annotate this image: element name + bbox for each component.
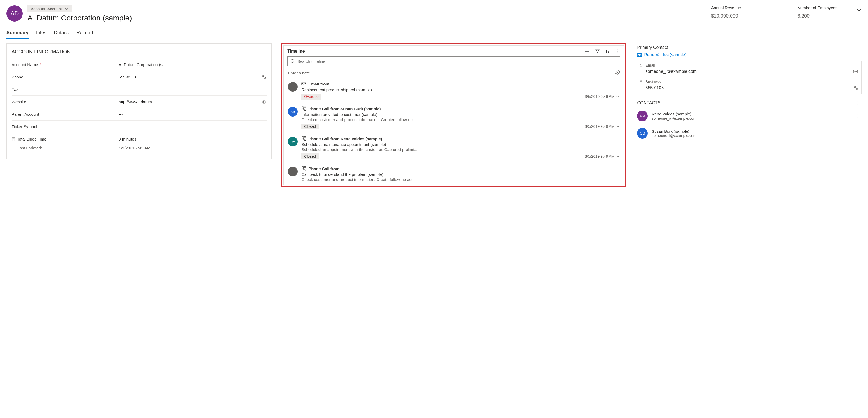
timeline-item-subject: Schedule a maintenance appointment (samp… bbox=[301, 142, 620, 147]
tab-details[interactable]: Details bbox=[54, 30, 69, 38]
field-label: Fax bbox=[11, 87, 119, 92]
field-value: 0 minutes bbox=[119, 137, 261, 141]
chevron-down-icon bbox=[857, 7, 862, 12]
timeline-more-button[interactable] bbox=[615, 49, 620, 54]
timeline-item-notes: Check customer and product information. … bbox=[301, 177, 620, 182]
field-ticker-symbol[interactable]: Ticker Symbol --- bbox=[11, 121, 267, 133]
timeline-item-subject: Replacement product shipped (sample) bbox=[301, 87, 620, 92]
record-header: AD Account: Account A. Datum Corporation… bbox=[6, 5, 862, 22]
timeline-search[interactable] bbox=[287, 56, 620, 66]
contacts-more-button[interactable] bbox=[854, 100, 861, 106]
metric-annual-revenue: Annual Revenue $10,000.000 bbox=[711, 5, 765, 19]
timeline-item[interactable]: Phone Call from Call back to understand … bbox=[287, 162, 620, 185]
primary-contact-section: Primary Contact Rene Valdes (sample) Ema… bbox=[636, 43, 862, 94]
svg-point-9 bbox=[618, 52, 618, 53]
entity-selector[interactable]: Account: Account bbox=[28, 5, 72, 12]
contact-avatar: SB bbox=[637, 128, 648, 139]
tabs: Summary Files Details Related bbox=[6, 30, 862, 38]
globe-icon[interactable] bbox=[261, 100, 267, 104]
sort-icon bbox=[605, 49, 610, 54]
tab-files[interactable]: Files bbox=[36, 30, 46, 38]
timeline-item[interactable]: SB Phone Call from Susan Burk (sample) I… bbox=[287, 103, 620, 133]
field-label: Account Name bbox=[11, 62, 38, 67]
chevron-down-icon[interactable] bbox=[616, 154, 620, 158]
svg-point-23 bbox=[857, 134, 858, 135]
svg-point-3 bbox=[13, 139, 13, 140]
svg-point-5 bbox=[13, 140, 13, 140]
svg-point-17 bbox=[857, 104, 858, 104]
field-value: someone_i@example.com bbox=[645, 69, 853, 74]
lock-icon bbox=[640, 80, 643, 84]
field-value: A. Datum Corporation (sa... bbox=[119, 62, 261, 67]
timeline-sort-button[interactable] bbox=[605, 49, 610, 54]
contacts-section: CONTACTS RV Rene Valdes (sample) someone… bbox=[636, 99, 862, 142]
timeline-item[interactable]: Email from Replacement product shipped (… bbox=[287, 78, 620, 103]
field-value: 555-0158 bbox=[119, 75, 261, 79]
tab-summary[interactable]: Summary bbox=[6, 30, 29, 38]
record-title: A. Datum Corporation (sample) bbox=[28, 14, 711, 22]
field-fax[interactable]: Fax --- bbox=[11, 83, 267, 96]
primary-contact-title: Primary Contact bbox=[636, 43, 862, 53]
primary-contact-email-field[interactable]: Email someone_i@example.com bbox=[636, 61, 861, 78]
field-label: Email bbox=[645, 63, 655, 67]
phone-icon bbox=[301, 106, 306, 111]
timeline-note-input[interactable]: Enter a note... bbox=[287, 68, 620, 78]
tab-related[interactable]: Related bbox=[76, 30, 93, 38]
required-marker: * bbox=[40, 63, 41, 67]
field-website[interactable]: Website http://www.adatum.... bbox=[11, 96, 267, 108]
chevron-down-icon[interactable] bbox=[616, 125, 620, 128]
timeline-avatar: SB bbox=[288, 107, 298, 117]
svg-point-19 bbox=[857, 116, 858, 116]
svg-rect-14 bbox=[641, 82, 642, 83]
expand-header-button[interactable] bbox=[857, 5, 862, 12]
svg-point-15 bbox=[857, 101, 858, 102]
field-last-updated: Last updated: 4/9/2021 7:43 AM bbox=[11, 145, 267, 154]
entity-label: Account: Account bbox=[31, 6, 62, 11]
contact-more-button[interactable] bbox=[854, 130, 861, 137]
phone-icon bbox=[301, 166, 306, 171]
contact-row[interactable]: SB Susan Burk (sample) someone_l@example… bbox=[636, 125, 862, 142]
timeline-search-input[interactable] bbox=[297, 59, 617, 64]
svg-rect-13 bbox=[641, 65, 642, 67]
phone-icon[interactable] bbox=[261, 75, 267, 79]
contacts-title: CONTACTS bbox=[637, 100, 854, 106]
timeline-item-title: Phone Call from Susan Burk (sample) bbox=[308, 107, 381, 111]
email-icon[interactable] bbox=[853, 69, 858, 74]
svg-point-21 bbox=[857, 131, 858, 132]
timeline-item-title: Phone Call from bbox=[308, 167, 339, 171]
field-value: --- bbox=[119, 124, 261, 129]
timeline-item-subject: Information provided to customer (sample… bbox=[301, 112, 620, 117]
chevron-down-icon[interactable] bbox=[616, 95, 620, 98]
svg-rect-11 bbox=[638, 53, 642, 56]
field-total-billed-time: Total Billed Time 0 minutes bbox=[11, 133, 267, 145]
contact-card-icon bbox=[637, 53, 642, 57]
field-label: Website bbox=[11, 99, 119, 104]
phone-icon[interactable] bbox=[854, 86, 858, 90]
account-info-title: ACCOUNT INFORMATION bbox=[11, 48, 267, 59]
timeline-item[interactable]: RV Phone Call from Rene Valdes (sample) … bbox=[287, 133, 620, 162]
field-parent-account[interactable]: Parent Account --- bbox=[11, 108, 267, 121]
metric-value: $10,000.000 bbox=[711, 13, 765, 19]
timeline-item-notes: Scheduled an appointment with the custom… bbox=[301, 147, 620, 152]
contact-name: Susan Burk (sample) bbox=[652, 129, 850, 133]
timeline-add-button[interactable] bbox=[585, 49, 590, 54]
field-label: Phone bbox=[11, 75, 119, 79]
primary-contact-link[interactable]: Rene Valdes (sample) bbox=[636, 53, 862, 61]
contact-more-button[interactable] bbox=[854, 113, 861, 119]
calculator-icon bbox=[11, 137, 16, 141]
contact-email: someone_l@example.com bbox=[652, 133, 850, 138]
timeline-item-notes: Checked customer and product information… bbox=[301, 117, 620, 122]
field-account-name[interactable]: Account Name* A. Datum Corporation (sa..… bbox=[11, 59, 267, 71]
primary-contact-business-field[interactable]: Business 555-0108 bbox=[636, 78, 861, 94]
field-label: Parent Account bbox=[11, 112, 119, 117]
timeline-filter-button[interactable] bbox=[595, 49, 600, 54]
field-label: Ticker Symbol bbox=[11, 124, 119, 129]
note-placeholder: Enter a note... bbox=[288, 71, 615, 75]
field-label: Total Billed Time bbox=[17, 137, 46, 141]
contact-row[interactable]: RV Rene Valdes (sample) someone_i@exampl… bbox=[636, 107, 862, 125]
attachment-icon[interactable] bbox=[615, 70, 620, 75]
email-icon bbox=[301, 82, 306, 86]
timeline-item-subject: Call back to understand the problem (sam… bbox=[301, 172, 620, 177]
field-phone[interactable]: Phone 555-0158 bbox=[11, 71, 267, 83]
account-info-card: ACCOUNT INFORMATION Account Name* A. Dat… bbox=[6, 43, 272, 159]
